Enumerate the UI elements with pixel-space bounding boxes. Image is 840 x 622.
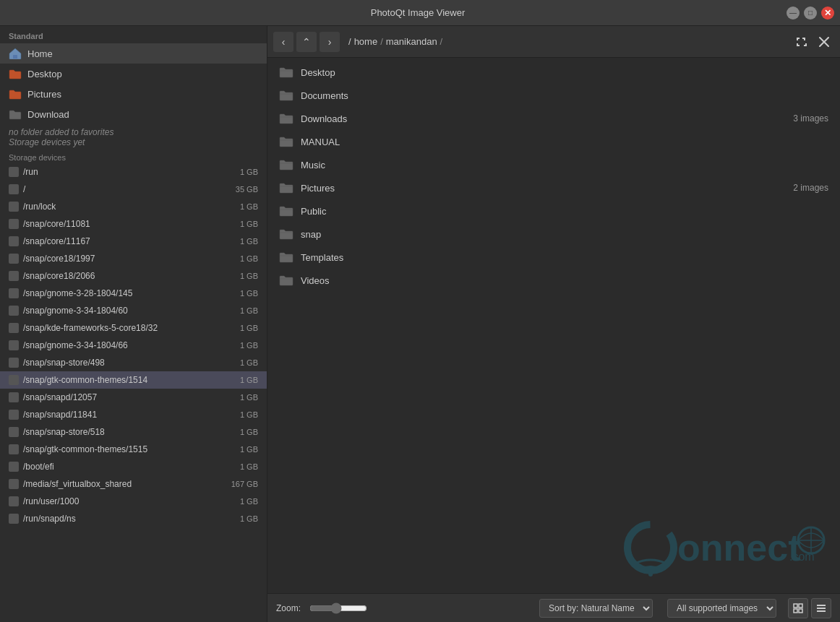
drive-icon (9, 444, 19, 454)
storage-path: / (23, 184, 25, 194)
storage-item[interactable]: /snap/core/11167 1 GB (0, 233, 267, 250)
zoom-slider[interactable] (309, 602, 367, 614)
storage-item[interactable]: /snap/gnome-3-28-1804/145 1 GB (0, 285, 267, 302)
drive-icon (9, 254, 19, 264)
file-item[interactable]: MANUAL (267, 130, 840, 153)
file-item[interactable]: Public (267, 199, 840, 223)
pictures-folder-icon (9, 88, 22, 100)
nav-download-label: Download (27, 109, 69, 120)
close-panel-icon (818, 36, 830, 48)
drive-icon (9, 496, 19, 506)
breadcrumb-home[interactable]: home (354, 36, 378, 47)
file-item[interactable]: Templates (267, 246, 840, 269)
svg-rect-0 (13, 55, 17, 59)
file-item-name: MANUAL (301, 137, 821, 147)
drive-icon (9, 202, 19, 212)
storage-path: /snap/gnome-3-28-1804/145 (23, 288, 132, 298)
sort-select[interactable]: Sort by: Natural NameSort by: NameSort b… (539, 599, 653, 618)
storage-item[interactable]: /snap/snap-store/518 1 GB (0, 423, 267, 441)
storage-path: /snap/snapd/12057 (23, 392, 97, 402)
drive-icon (9, 323, 19, 333)
storage-list: /run 1 GB / 35 GB /run/lock 1 GB /snap/c… (0, 163, 267, 527)
storage-item[interactable]: /snap/gtk-common-themes/1515 1 GB (0, 441, 267, 458)
file-item[interactable]: Videos (267, 269, 840, 292)
folder-icon (279, 112, 293, 125)
nav-bar: ‹ ⌃ › / home / manikandan / (267, 26, 840, 58)
storage-item[interactable]: /snap/snapd/12057 1 GB (0, 389, 267, 406)
drive-icon (9, 375, 19, 385)
storage-item[interactable]: /snap/snapd/11841 1 GB (0, 406, 267, 423)
nav-item-pictures[interactable]: Pictures (0, 84, 267, 104)
storage-size: 1 GB (240, 445, 258, 454)
drive-icon (9, 427, 19, 437)
file-item[interactable]: Pictures 2 images (267, 176, 840, 199)
nav-item-home[interactable]: Home (0, 43, 267, 64)
storage-item[interactable]: /snap/snap-store/498 1 GB (0, 354, 267, 371)
storage-size: 1 GB (240, 324, 258, 332)
nav-actions (791, 32, 834, 52)
storage-item[interactable]: / 35 GB (0, 181, 267, 198)
storage-item[interactable]: /snap/kde-frameworks-5-core18/32 1 GB (0, 319, 267, 337)
file-item-name: Desktop (301, 67, 821, 78)
close-button[interactable]: ✕ (821, 7, 834, 20)
maximize-button[interactable]: □ (804, 7, 817, 20)
storage-item[interactable]: /run 1 GB (0, 163, 267, 181)
nav-desktop-label: Desktop (27, 69, 62, 79)
back-button[interactable]: ‹ (273, 32, 293, 52)
nav-item-desktop[interactable]: Desktop (0, 64, 267, 84)
file-item[interactable]: Desktop (267, 61, 840, 84)
file-list: Desktop Documents Downloads 3 images MAN… (267, 58, 840, 593)
storage-item[interactable]: /snap/gnome-3-34-1804/60 1 GB (0, 302, 267, 319)
window-controls: — □ ✕ (787, 7, 834, 20)
left-panel: Standard Home Desktop Pictures Dow (0, 26, 267, 622)
nav-item-download[interactable]: Download (0, 104, 267, 124)
folder-icon (279, 135, 293, 148)
svg-rect-12 (817, 605, 826, 606)
download-folder-icon (9, 108, 22, 120)
folder-icon (279, 204, 293, 217)
storage-path: /snap/snapd/11841 (23, 410, 97, 420)
storage-item[interactable]: /snap/core/11081 1 GB (0, 215, 267, 233)
nav-home-label: Home (27, 48, 53, 59)
storage-item[interactable]: /snap/core18/2066 1 GB (0, 267, 267, 285)
storage-item[interactable]: /media/sf_virtualbox_shared 167 GB (0, 475, 267, 493)
svg-rect-13 (817, 608, 826, 609)
minimize-button[interactable]: — (787, 7, 800, 20)
filter-select[interactable]: All supported imagesJPG onlyPNG onlyAll … (667, 599, 776, 618)
list-view-icon (816, 603, 826, 613)
drive-icon (9, 392, 19, 402)
grid-view-button[interactable] (788, 598, 808, 618)
breadcrumb-sep3: / (440, 36, 443, 47)
storage-size: 1 GB (240, 168, 258, 176)
drive-icon (9, 358, 19, 368)
storage-item[interactable]: /snap/core18/1997 1 GB (0, 250, 267, 267)
breadcrumb-user[interactable]: manikandan (386, 36, 437, 47)
storage-path: /run (23, 167, 38, 177)
file-item[interactable]: Downloads 3 images (267, 107, 840, 130)
close-panel-button[interactable] (814, 32, 834, 52)
storage-path: /snap/gnome-3-34-1804/60 (23, 306, 128, 316)
folder-icon (279, 251, 293, 264)
grid-view-icon (793, 603, 803, 613)
storage-item[interactable]: /snap/gnome-3-34-1804/66 1 GB (0, 337, 267, 354)
storage-item[interactable]: /run/user/1000 1 GB (0, 493, 267, 510)
drive-icon (9, 236, 19, 246)
folder-icon (279, 158, 293, 171)
drive-icon (9, 514, 19, 524)
storage-item[interactable]: /run/snapd/ns 1 GB (0, 510, 267, 527)
up-button[interactable]: ⌃ (296, 32, 317, 52)
fullscreen-button[interactable] (791, 32, 811, 52)
storage-item[interactable]: /run/lock 1 GB (0, 198, 267, 215)
file-item[interactable]: snap (267, 223, 840, 246)
storage-size: 35 GB (236, 185, 258, 194)
desktop-folder-icon (9, 68, 22, 79)
forward-button[interactable]: › (320, 32, 340, 52)
breadcrumb-sep1: / (348, 36, 351, 47)
file-item-count: 2 images (793, 183, 828, 193)
file-item[interactable]: Music (267, 153, 840, 176)
file-item[interactable]: Documents (267, 84, 840, 107)
storage-item[interactable]: /boot/efi 1 GB (0, 458, 267, 475)
list-view-button[interactable] (811, 598, 831, 618)
storage-path: /snap/core18/2066 (23, 271, 95, 281)
storage-item[interactable]: /snap/gtk-common-themes/1514 1 GB (0, 371, 267, 389)
